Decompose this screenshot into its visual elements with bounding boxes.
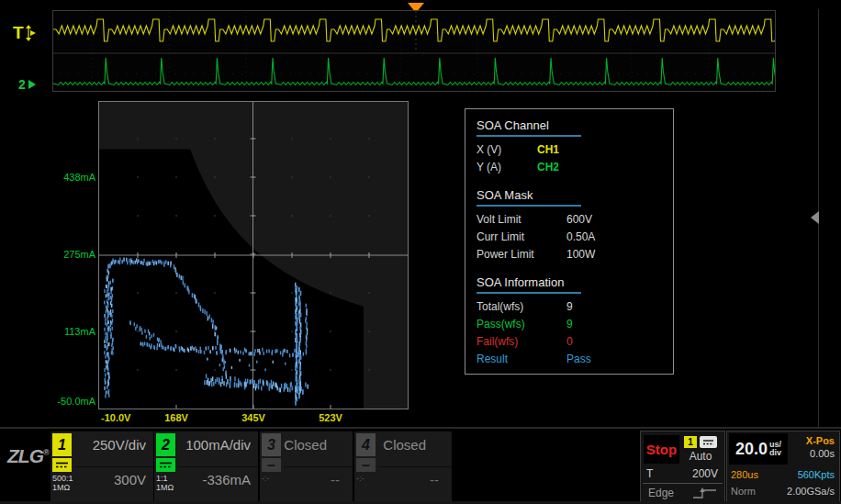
trigger-block[interactable]: Stop 1 Auto T 200V Edge [640,431,725,502]
xpos-label: X-Pos [806,435,835,446]
trigger-level-value: 200V [692,467,718,480]
timebase-scale: 20.0 [735,440,768,459]
soa-xy-plot [98,101,409,409]
x-axis-tick: 168V [164,412,188,423]
y-axis-tick: 113mA [33,326,95,337]
menu-collapse-icon[interactable] [811,211,819,224]
xpos-value: 0.00s [810,448,835,459]
soa-row-volt: Volt Limit 600V [477,213,673,230]
channel-3-offset: -- [331,472,340,487]
section-underline [477,205,581,207]
channel-3-probe: -:- [262,474,270,483]
channel-4-probe: -:- [356,474,364,483]
channel-1-probe: 500:11MΩ [52,474,73,492]
section-underline [477,135,581,137]
channel-4-coupling-icon: – [356,458,376,472]
section-underline [477,292,581,294]
channel-4-offset: -- [430,472,439,487]
soa-info-panel: SOA Channel X (V) CH1 Y (A) CH2 SOA Mask… [465,108,674,375]
channel-4-scale: Closed [383,437,426,453]
waveform-traces [53,11,775,91]
soa-row-x: X (V) CH1 [477,143,673,161]
channel-2-coupling-icon [156,458,175,472]
channel-1-block[interactable]: 1 500:11MΩ 250V/div 300V [50,431,153,501]
x-axis-tick: -10.0V [101,412,130,423]
channel-3-scale: Closed [284,437,327,453]
trigger-level-arrows-icon [25,23,37,43]
x-axis-tick: 523V [319,412,342,423]
channel-2-probe: 1:11MΩ [156,474,174,492]
channel-2-block[interactable]: 2 1:11MΩ 100mA/div -336mA [154,431,258,501]
trigger-type[interactable]: Edge [648,487,674,499]
oscilloscope-screen: T 2 438mA 275mA 113mA -50.0mA -10.0V 168… [0,0,841,504]
trigger-mode[interactable]: Auto [681,450,720,463]
x-axis-tick: 345V [241,412,265,423]
status-bar: ZLG® 1 500:11MΩ 250V/div 300V 2 1:11MΩ 1… [0,427,841,504]
y-axis-tick: -50.0mA [33,396,95,407]
channel-3-badge[interactable]: 3 [262,433,281,456]
soa-row-fail: Fail(wfs) 0 [477,335,673,353]
channel-4-block[interactable]: 4 – -:- Closed -- [354,431,452,501]
channel-3-block[interactable]: 3 – -:- Closed -- [260,431,353,501]
soa-row-curr: Curr Limit 0.50A [477,230,673,248]
channel-1-badge[interactable]: 1 [52,433,72,456]
acquisition-mode: Norm [731,486,756,497]
rising-edge-icon [691,487,719,500]
channel-2-badge[interactable]: 2 [156,433,175,456]
memory-depth: 560Kpts [798,469,835,480]
ch2-marker-label: 2 [18,77,26,92]
trigger-level-label: T [646,467,653,480]
trigger-coupling-icon [700,436,717,448]
channel-1-offset: 300V [114,472,146,487]
y-axis-tick: 438mA [33,172,95,183]
soa-mask-heading: SOA Mask [477,188,673,203]
soa-channel-heading: SOA Channel [477,118,673,133]
soa-row-total: Total(wfs) 9 [477,300,673,318]
soa-row-y: Y (A) CH2 [477,161,673,178]
soa-information-heading: SOA Information [477,275,673,290]
timebase-unit: us/ div [769,441,781,457]
channel-4-badge[interactable]: 4 [356,433,376,456]
y-axis-tick: 275mA [33,249,95,260]
soa-row-result: Result Pass [477,353,673,370]
soa-plot-canvas [99,102,408,409]
channel-1-scale: 250V/div [93,437,146,453]
timebase-scale-box[interactable]: 20.0 us/ div [729,433,788,465]
capture-window: 280us [731,469,758,480]
channel-2-offset: -336mA [202,472,251,487]
channel-3-coupling-icon: – [262,458,281,472]
ch1-marker-label: T [13,23,24,43]
channel-2-scale: 100mA/div [185,437,251,453]
run-state-badge[interactable]: Stop [644,435,679,464]
soa-row-power: Power Limit 100W [477,248,673,265]
timebase-block[interactable]: 20.0 us/ div X-Pos 0.00s 280us 560Kpts N… [726,431,840,502]
waveform-strip [52,10,776,92]
trigger-source-badge[interactable]: 1 [684,436,697,448]
soa-row-pass: Pass(wfs) 9 [477,318,673,335]
ch1-trigger-marker[interactable]: T [13,23,37,43]
brand-logo: ZLG® [7,445,50,467]
ch2-ground-marker[interactable]: 2 [18,77,38,92]
ch2-arrow-icon [27,79,38,90]
sample-rate: 2.00GSa/s [787,486,835,497]
channel-1-coupling-icon [52,458,72,472]
